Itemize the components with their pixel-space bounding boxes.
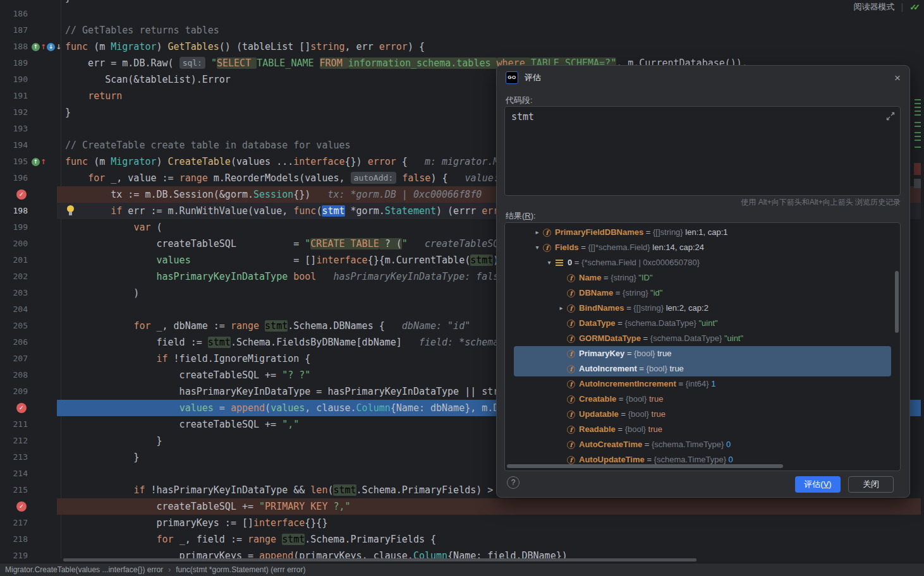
evaluate-button-post: ) xyxy=(829,479,831,489)
gutter-marker-icons[interactable]: ↑↑ xyxy=(32,153,46,170)
variable-type: {[]string} xyxy=(653,225,683,240)
breakpoint-icon[interactable]: ✓ xyxy=(16,403,27,413)
close-icon[interactable]: × xyxy=(894,73,901,83)
result-label-pre: 结果( xyxy=(506,211,525,220)
variable-row-DataType[interactable]: fDataType = {schema.DataType} "uint" xyxy=(505,316,901,331)
gutter-marker-icons[interactable]: ↑↑↓↓ xyxy=(32,39,61,55)
variable-value: "ID" xyxy=(636,270,653,285)
variable-value: "uint" xyxy=(722,331,743,346)
line-number: 205 xyxy=(0,318,28,334)
code-line-219[interactable]: 219 primaryKeys = append(primaryKeys, cl… xyxy=(0,548,924,564)
code-line-218[interactable]: 218 for _, field := range stmt.Schema.Pr… xyxy=(0,531,924,548)
down-arrow-icon: ↓ xyxy=(56,43,61,51)
breadcrumb-separator-icon: › xyxy=(168,565,171,574)
result-label: 结果(R): xyxy=(506,210,536,222)
variable-row-Fields[interactable]: ▾fFields = {[]*schema.Field} len:14, cap… xyxy=(505,240,901,255)
variable-row-0[interactable]: ▾0 = {*schema.Field | 0xc000650780} xyxy=(505,255,901,270)
result-label-post: ): xyxy=(531,211,536,220)
variable-row-GORMDataType[interactable]: fGORMDataType = {schema.DataType} "uint" xyxy=(505,331,901,346)
code-line-217[interactable]: 217 primaryKeys := []interface{}{} xyxy=(0,515,924,531)
line-number: 186 xyxy=(0,6,28,22)
expression-input[interactable]: stmt xyxy=(504,106,901,196)
variable-row-AutoCreateTime[interactable]: fAutoCreateTime = {schema.TimeType} 0 xyxy=(505,437,901,452)
editor-horizontal-scrollbar[interactable] xyxy=(63,558,696,561)
variable-value: "id" xyxy=(648,285,663,301)
code-line-188[interactable]: 188↑↑↓↓func (m Migrator) GetTables() (ta… xyxy=(0,39,924,55)
breadcrumb-method[interactable]: Migrator.CreateTable(values ...interface… xyxy=(5,565,163,574)
field-icon: f xyxy=(567,365,575,373)
line-number: 202 xyxy=(0,268,28,285)
expand-chevron-icon[interactable]: ▾ xyxy=(545,255,554,270)
field-icon: f xyxy=(567,456,575,464)
field-icon: f xyxy=(567,395,575,404)
field-icon: f xyxy=(543,244,551,252)
variable-row-Updatable[interactable]: fUpdatable = {bool} true xyxy=(505,407,901,422)
variable-row-PrimaryKey[interactable]: fPrimaryKey = {bool} true xyxy=(505,346,901,361)
collapse-icon[interactable] xyxy=(886,112,895,121)
code-text: field := stmt.Schema.FieldsByDBName[dbNa… xyxy=(65,334,533,351)
expand-chevron-icon[interactable]: ▸ xyxy=(557,301,566,316)
code-line-216[interactable]: ✓ createTableSQL += "PRIMARY KEY ?," xyxy=(0,498,924,515)
variable-row-Creatable[interactable]: fCreatable = {bool} true xyxy=(505,392,901,407)
breadcrumb-closure[interactable]: func(stmt *gorm.Statement) (errr error) xyxy=(176,565,305,574)
line-number: 191 xyxy=(0,88,28,104)
variable-row-PrimaryFieldDBNames[interactable]: ▸fPrimaryFieldDBNames = {[]string} len:1… xyxy=(505,225,901,240)
variable-value: 1 xyxy=(709,376,716,392)
code-line-186[interactable]: 186 xyxy=(0,6,924,22)
overrides-icon[interactable]: ↑ xyxy=(32,43,40,51)
expand-chevron-icon[interactable]: ▸ xyxy=(533,225,542,240)
help-icon[interactable]: ? xyxy=(507,476,520,489)
breakpoint-icon[interactable]: ✓ xyxy=(16,189,27,200)
line-number: 219 xyxy=(0,548,28,564)
ide-window: 185}186187// GetTables returns tables188… xyxy=(0,0,924,576)
line-number: 218 xyxy=(0,531,28,548)
variable-name: Creatable xyxy=(579,392,616,407)
field-icon: f xyxy=(567,426,575,434)
variable-row-BindNames[interactable]: ▸fBindNames = {[]string} len:2, cap:2 xyxy=(505,301,901,316)
variable-value: 0 xyxy=(724,437,731,452)
line-number: 195 xyxy=(0,153,28,170)
variable-value: true xyxy=(649,407,666,422)
line-number: 211 xyxy=(0,416,28,433)
code-text: tx := m.DB.Session(&gorm.Session{}) tx: … xyxy=(65,186,482,203)
code-text: func (m Migrator) GetTables() (tableList… xyxy=(65,39,425,55)
toolbar-divider: | xyxy=(901,2,904,12)
line-number: 214 xyxy=(0,465,28,482)
reader-mode-toggle[interactable]: 阅读器模式 xyxy=(854,1,895,13)
variable-row-Name[interactable]: fName = {string} "ID" xyxy=(505,270,901,285)
variable-name: Fields xyxy=(555,240,579,255)
variable-value: "uint" xyxy=(696,316,718,331)
variable-value: true xyxy=(647,392,663,407)
expand-chevron-icon[interactable]: ▾ xyxy=(533,240,542,255)
inspections-ok-icon[interactable]: ✓✓ xyxy=(909,3,920,12)
go-logo-icon: GO xyxy=(506,71,518,84)
equals-sign: = xyxy=(613,285,623,301)
variable-row-AutoIncrement[interactable]: fAutoIncrement = {bool} true xyxy=(505,361,901,376)
breakpoint-icon[interactable]: ✓ xyxy=(16,501,27,512)
equals-sign: = xyxy=(676,376,686,392)
field-icon: f xyxy=(567,380,575,388)
variable-type: {string} xyxy=(611,270,636,285)
code-text: for _, field := range stmt.Schema.Primar… xyxy=(65,531,436,548)
code-line-187[interactable]: 187// GetTables returns tables xyxy=(0,22,924,39)
line-number: 192 xyxy=(0,104,28,121)
parameter-hint-pill: autoAdd: xyxy=(351,172,397,184)
evaluate-button[interactable]: 评估(V) xyxy=(795,476,841,493)
code-text: for _, value := range m.ReorderModels(va… xyxy=(65,170,499,186)
variable-row-AutoIncrementIncrement[interactable]: fAutoIncrementIncrement = {int64} 1 xyxy=(505,376,901,392)
overrides-icon[interactable]: ↑ xyxy=(32,158,40,166)
tree-vertical-scrollbar[interactable] xyxy=(895,271,899,333)
line-number: 190 xyxy=(0,71,28,88)
close-button[interactable]: 关闭 xyxy=(848,476,894,493)
variable-row-DBName[interactable]: fDBName = {string} "id" xyxy=(505,285,901,301)
line-number: 194 xyxy=(0,137,28,153)
parameter-hint-pill: sql: xyxy=(179,57,205,69)
code-text: if err := m.RunWithValue(value, func(stm… xyxy=(65,203,528,219)
evaluate-button-pre: 评估( xyxy=(804,479,823,489)
implemented-icon[interactable]: ↓ xyxy=(47,43,55,51)
line-number: 200 xyxy=(0,236,28,252)
code-line-185[interactable]: 185} xyxy=(0,0,924,6)
tree-horizontal-scrollbar[interactable] xyxy=(507,464,783,468)
variable-row-Readable[interactable]: fReadable = {bool} true xyxy=(505,422,901,437)
variable-name: AutoIncrement xyxy=(579,361,637,376)
